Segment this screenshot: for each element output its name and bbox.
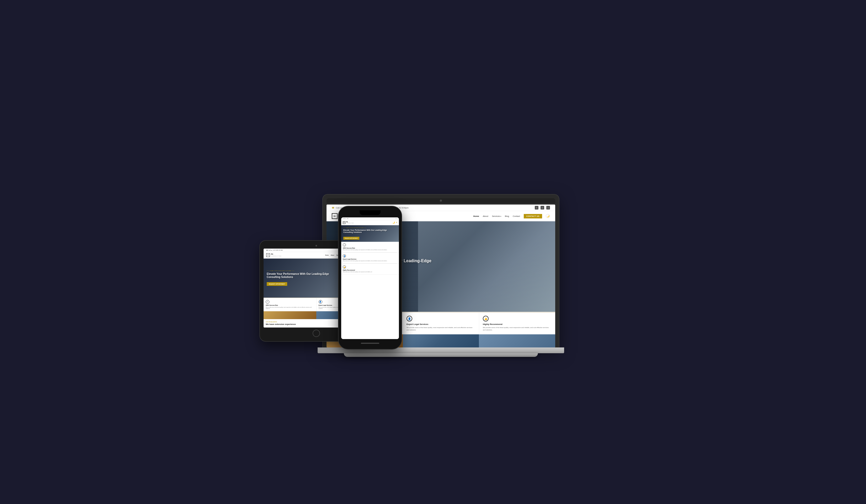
laptop-feature-desc-2: We provide some of the finest quality, m… bbox=[407, 326, 475, 331]
tablet-hero-tag: ««« PLAN FOR A SECURE FUTURE »»» bbox=[267, 270, 331, 271]
phone-feature-desc-2: We provide some of the finest quality, m… bbox=[343, 260, 397, 262]
phone-notch bbox=[359, 210, 380, 215]
laptop-dark-toggle[interactable]: 🌙 bbox=[546, 214, 550, 218]
phone-hero-cta[interactable]: REQUEST APPOINTMENT bbox=[343, 237, 359, 240]
tablet-nav-about[interactable]: About bbox=[331, 254, 334, 256]
laptop-social-icons: f t i bbox=[535, 206, 550, 210]
phone-feature-icon-2: 👤 bbox=[343, 254, 346, 258]
tablet-feature-icon-2: 👤 bbox=[319, 300, 322, 304]
phone-nav-icons: 🌙 ≡ bbox=[392, 221, 397, 224]
laptop-logo-icon: ⊢ bbox=[332, 213, 337, 219]
phone-nav: ⊢ PG CONSULTING 🌙 ≡ bbox=[341, 220, 399, 225]
phone-feature-section-2: 👤 Expert Legal Services We provide some … bbox=[341, 253, 399, 264]
twitter-icon[interactable]: t bbox=[541, 206, 544, 210]
tablet-feature-title-1: 100% Success Rate bbox=[266, 304, 314, 306]
phone-logo: ⊢ PG CONSULTING bbox=[343, 221, 354, 224]
phone-notch-bar bbox=[341, 210, 399, 216]
phone-top-bar: Call us: +84 f t bbox=[341, 217, 399, 220]
tablet-home-circle[interactable] bbox=[313, 329, 320, 337]
laptop-phone-icon: ☎ bbox=[332, 206, 334, 209]
phone-feature-section-1: ✓ 100% Success Rate We provide some of t… bbox=[341, 242, 399, 253]
phone-screen: Call us: +84 f t ⊢ PG CONSULTING bbox=[341, 217, 399, 339]
phone-tw-icon: t bbox=[397, 218, 397, 220]
tablet-camera bbox=[315, 245, 317, 246]
laptop-camera-bar bbox=[326, 198, 555, 203]
facebook-icon[interactable]: f bbox=[535, 206, 539, 210]
phone-feature-desc-1: We provide some of the finest quality, m… bbox=[343, 249, 397, 251]
laptop-camera bbox=[440, 200, 442, 202]
tablet-phone-info: ☎ Call us: +84 1985 33 999 bbox=[266, 249, 283, 251]
phone-hero-tag: ««« PLAN FOR A SECURE FUTURE »»» bbox=[343, 227, 397, 228]
phone-home-indicator bbox=[361, 343, 379, 344]
tablet-logo-icon: ⊢ bbox=[266, 253, 270, 257]
laptop-feature-card-3: 👍 Highly Recommend We provide some of th… bbox=[479, 313, 555, 334]
tablet-hero-cta[interactable]: REQUEST APPOINTMENT bbox=[267, 282, 287, 286]
laptop-nav-about[interactable]: About bbox=[483, 215, 488, 217]
phone-hamburger-icon[interactable]: ≡ bbox=[396, 221, 397, 224]
laptop-image-3 bbox=[479, 334, 555, 347]
tablet-image-1 bbox=[264, 311, 316, 319]
phone-hero: ««« PLAN FOR A SECURE FUTURE »»» Elevate… bbox=[341, 225, 399, 242]
phone-feature-title-2: Expert Legal Services bbox=[343, 258, 397, 260]
laptop-nav-links: Home About Services Blog Contact CONTACT… bbox=[474, 214, 550, 219]
tablet-phone-text: Call us: +84 1985 33 999 bbox=[268, 249, 283, 251]
laptop-nav-services[interactable]: Services bbox=[492, 215, 501, 217]
phone-dark-toggle[interactable]: 🌙 bbox=[392, 221, 395, 224]
laptop-feature-card-2: 👤 Expert Legal Services We provide some … bbox=[403, 313, 479, 334]
tablet-nav-home[interactable]: Home bbox=[325, 254, 329, 256]
phone-logo-icon: ⊢ bbox=[343, 221, 345, 224]
phone-bottom-bar bbox=[341, 340, 399, 346]
tablet-feature-desc-1: We provide some of the finest quality, m… bbox=[266, 306, 314, 310]
instagram-icon[interactable]: i bbox=[546, 206, 550, 210]
phone-hero-content: ««« PLAN FOR A SECURE FUTURE »»» Elevate… bbox=[343, 227, 397, 240]
tablet-hero-content: ««« PLAN FOR A SECURE FUTURE »»» Elevate… bbox=[267, 270, 331, 286]
laptop-foot bbox=[344, 353, 538, 357]
phone-device: Call us: +84 f t ⊢ PG CONSULTING bbox=[338, 206, 401, 349]
phone-feature-icon-1: ✓ bbox=[343, 243, 346, 246]
phone-feature-title-3: Highly Recommend bbox=[343, 269, 397, 271]
phone-feature-title-1: 100% Success Rate bbox=[343, 247, 397, 249]
laptop-contact-button[interactable]: CONTACT US bbox=[524, 214, 542, 219]
laptop-feature-icon-2: 👤 bbox=[407, 316, 412, 322]
laptop-nav-home[interactable]: Home bbox=[474, 215, 479, 217]
tablet-logo: ⊢ PG CONSULTING bbox=[266, 253, 282, 257]
laptop-feature-title-2: Expert Legal Services bbox=[407, 323, 475, 325]
laptop-nav-blog[interactable]: Blog bbox=[505, 215, 509, 217]
laptop-feature-desc-3: We provide some of the finest quality, m… bbox=[483, 326, 552, 331]
phone-call-text: Call us: +84 bbox=[343, 218, 348, 219]
phone-hero-title: Elevate Your Performance With Our Leadin… bbox=[343, 229, 397, 234]
tablet-feature-icon-1: ✓ bbox=[266, 300, 269, 304]
laptop-nav-contact[interactable]: Contact bbox=[513, 215, 520, 217]
tablet-feature-1: ✓ 100% Success Rate We provide some of t… bbox=[264, 298, 317, 311]
scene: ☎ Call us: +84 1985 33 999 ⊙ Opening hou… bbox=[260, 147, 606, 357]
phone-feature-section-3: 👍 Highly Recommend We provide some of th… bbox=[341, 264, 399, 275]
phone-social-icons: f t bbox=[396, 218, 397, 220]
tablet-hero-title: Elevate Your Performance With Our Leadin… bbox=[267, 272, 331, 279]
laptop-feature-title-3: Highly Recommend bbox=[483, 323, 552, 325]
phone-website: Call us: +84 f t ⊢ PG CONSULTING bbox=[341, 217, 399, 339]
tablet-phone-icon: ☎ bbox=[266, 249, 268, 251]
phone-logo-text: PG CONSULTING bbox=[346, 221, 354, 224]
phone-feature-icon-3: 👍 bbox=[343, 265, 346, 269]
laptop-image-2 bbox=[403, 334, 479, 347]
tablet-logo-text: PG CONSULTING bbox=[271, 253, 282, 256]
phone-feature-desc-3: We provide some of the finest quality, m… bbox=[343, 271, 397, 273]
laptop-feature-icon-3: 👍 bbox=[483, 316, 489, 322]
